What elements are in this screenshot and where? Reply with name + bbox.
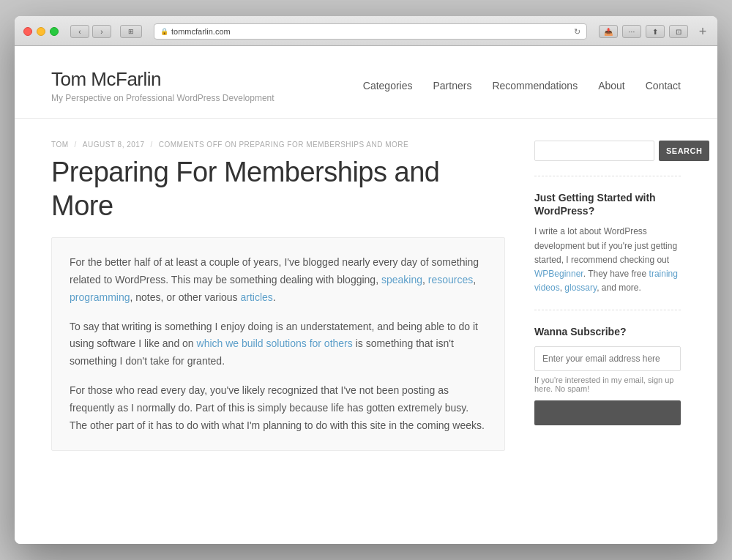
maximize-button[interactable] xyxy=(50,27,59,36)
post-content-box: For the better half of at least a couple… xyxy=(51,237,505,451)
link-resources[interactable]: resources xyxy=(428,274,473,285)
back-button[interactable]: ‹ xyxy=(70,25,89,38)
site-header: Tom McFarlin My Perspective on Professio… xyxy=(15,46,717,119)
site-branding: Tom McFarlin My Perspective on Professio… xyxy=(51,68,274,103)
nav-categories[interactable]: Categories xyxy=(363,80,413,92)
main-content: TOM / AUGUST 8, 2017 / COMMENTS OFF ON P… xyxy=(51,141,505,451)
minimize-button[interactable] xyxy=(37,27,45,36)
nav-buttons: ‹ › xyxy=(70,25,111,38)
nav-contact[interactable]: Contact xyxy=(646,80,681,92)
sidebar: SEARCH Just Getting Started with WordPre… xyxy=(534,141,681,451)
meta-sep-2: / xyxy=(150,141,152,149)
site-nav: Categories Partners Recommendations Abou… xyxy=(363,80,681,92)
browser-window: ‹ › ⊞ 🔒 tommcfarlin.com ↻ 📥 ··· ⬆ ⊡ + To… xyxy=(15,16,717,544)
reload-icon[interactable]: ↻ xyxy=(574,27,580,37)
toolbar-right: 📥 ··· ⬆ ⊡ xyxy=(599,25,688,38)
link-speaking[interactable]: speaking xyxy=(381,274,422,285)
link-wpbeginner[interactable]: WPBeginner xyxy=(534,269,583,279)
site-description: My Perspective on Professional WordPress… xyxy=(51,93,274,103)
post-paragraph-2: To say that writing is something I enjoy… xyxy=(70,318,487,370)
email-input[interactable] xyxy=(534,346,681,371)
pocket-icon[interactable]: 📥 xyxy=(599,25,618,38)
subscribe-title: Wanna Subscribe? xyxy=(534,325,681,338)
getting-started-text: I write a lot about WordPress developmen… xyxy=(534,225,681,295)
address-bar[interactable]: 🔒 tommcfarlin.com ↻ xyxy=(154,23,587,40)
post-author: TOM xyxy=(51,141,69,149)
search-widget: SEARCH xyxy=(534,141,681,176)
site-title[interactable]: Tom McFarlin xyxy=(51,68,274,91)
reader-view-button[interactable]: ⊞ xyxy=(120,25,142,38)
search-input[interactable] xyxy=(534,141,654,161)
url-text: tommcfarlin.com xyxy=(171,27,231,36)
close-button[interactable] xyxy=(23,27,32,36)
extensions-icon[interactable]: ··· xyxy=(622,25,641,38)
share-icon[interactable]: ⬆ xyxy=(646,25,665,38)
link-programming[interactable]: programming xyxy=(70,291,130,303)
website-content: Tom McFarlin My Perspective on Professio… xyxy=(15,46,717,544)
post-comment-status: COMMENTS OFF ON PREPARING FOR MEMBERSHIP… xyxy=(159,141,409,149)
new-tab-icon[interactable]: ⊡ xyxy=(669,25,688,38)
content-area: TOM / AUGUST 8, 2017 / COMMENTS OFF ON P… xyxy=(15,141,717,451)
add-tab-button[interactable]: + xyxy=(697,26,709,37)
search-button[interactable]: SEARCH xyxy=(659,141,709,161)
lock-icon: 🔒 xyxy=(160,28,168,35)
link-build-solutions[interactable]: which we build solutions for others xyxy=(197,337,353,349)
post-title: Preparing For Memberships and More xyxy=(51,156,505,223)
nav-recommendations[interactable]: Recommendations xyxy=(492,80,578,92)
nav-about[interactable]: About xyxy=(598,80,625,92)
post-paragraph-1: For the better half of at least a couple… xyxy=(70,254,487,306)
getting-started-widget: Just Getting Started with WordPress? I w… xyxy=(534,191,681,310)
subscribe-widget: Wanna Subscribe? If you're interested in… xyxy=(534,325,681,425)
browser-chrome: ‹ › ⊞ 🔒 tommcfarlin.com ↻ 📥 ··· ⬆ ⊡ + xyxy=(15,16,717,46)
nav-partners[interactable]: Partners xyxy=(433,80,472,92)
meta-sep-1: / xyxy=(75,141,77,149)
link-articles[interactable]: articles xyxy=(240,291,272,303)
subscribe-note: If you're interested in my email, sign u… xyxy=(534,376,681,393)
forward-button[interactable]: › xyxy=(92,25,111,38)
getting-started-title: Just Getting Started with WordPress? xyxy=(534,191,681,217)
post-meta: TOM / AUGUST 8, 2017 / COMMENTS OFF ON P… xyxy=(51,141,505,149)
post-paragraph-3: For those who read every day, you've lik… xyxy=(70,382,487,434)
subscribe-button[interactable] xyxy=(534,400,681,425)
traffic-lights xyxy=(23,27,59,36)
link-glossary[interactable]: glossary xyxy=(564,283,597,293)
post-date: AUGUST 8, 2017 xyxy=(83,141,145,149)
